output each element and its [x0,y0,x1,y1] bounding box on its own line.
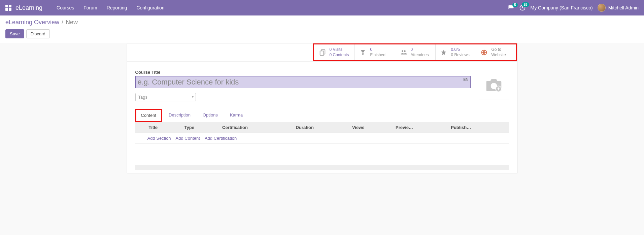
messaging-icon[interactable]: 5 [508,5,514,11]
form-sheet: 0 Visits 0 Contents 0 Finished [127,43,517,173]
col-type[interactable]: Type [181,122,219,133]
svg-point-4 [404,50,405,52]
tabs: Content Description Options Karma [135,109,509,122]
stat-website-line2: Website [492,53,506,58]
control-bar: eLearning Overview / New Save Discard [0,15,644,43]
nav-link-reporting[interactable]: Reporting [102,0,132,15]
col-handle [135,122,145,133]
nav-link-forum[interactable]: Forum [79,0,102,15]
navbar-right: 5 26 My Company (San Francisco) Mitchell… [508,4,639,12]
col-duration[interactable]: Duration [293,122,349,133]
col-title[interactable]: Title [145,122,181,133]
tab-karma[interactable]: Karma [225,109,248,122]
stat-visits-line2: 0 Contents [330,53,349,58]
svg-rect-2 [320,51,324,55]
table-spacer [135,144,509,157]
discard-button[interactable]: Discard [26,29,50,38]
nav-link-courses[interactable]: Courses [52,0,79,15]
sheet-wrapper: 0 Visits 0 Contents 0 Finished [0,43,644,180]
save-button[interactable]: Save [5,29,24,38]
globe-icon [481,49,488,56]
lang-tag[interactable]: EN [463,77,468,81]
add-section-link[interactable]: Add Section [147,136,171,141]
col-published[interactable]: Publish… [447,122,509,133]
svg-point-3 [402,50,403,52]
messaging-count: 5 [512,3,518,7]
breadcrumb: eLearning Overview / New [5,19,639,26]
col-preview[interactable]: Previe… [392,122,447,133]
table-add-row: Add Section Add Content Add Certificatio… [135,133,509,144]
user-menu[interactable]: Mitchell Admin [598,4,639,12]
stat-finished[interactable]: 0 Finished [354,44,395,60]
course-title-label: Course Title [135,70,471,75]
stat-reviews[interactable]: 0.0/5 0 Reviews [435,44,476,60]
breadcrumb-root[interactable]: eLearning Overview [5,19,59,26]
title-column: Course Title EN Tags [135,70,471,101]
add-certification-link[interactable]: Add Certification [205,136,237,141]
table-header-row: Title Type Certification Duration Views … [135,122,509,133]
user-name: Mitchell Admin [608,5,639,10]
stat-attendees[interactable]: 0 Attendees [395,44,435,60]
tab-content[interactable]: Content [135,109,162,122]
top-navbar: eLearning Courses Forum Reporting Config… [0,0,644,15]
activity-count: 26 [522,2,529,7]
stat-bar-wrap: 0 Visits 0 Contents 0 Finished [127,43,517,62]
content-table: Title Type Certification Duration Views … [135,122,509,157]
stat-website-line1: Go to [492,47,506,53]
tags-select[interactable]: Tags [135,93,196,101]
trophy-icon [360,49,367,56]
add-content-link[interactable]: Add Content [176,136,200,141]
files-icon [319,49,326,56]
stat-bar: 0 Visits 0 Contents 0 Finished [313,43,517,61]
title-row: Course Title EN Tags [135,70,509,101]
activity-icon[interactable]: 26 [519,4,526,11]
add-links: Add Section Add Content Add Certificatio… [135,133,509,143]
footer-bar [135,165,509,170]
col-certification[interactable]: Certification [219,122,292,133]
app-brand[interactable]: eLearning [15,4,42,11]
action-buttons: Save Discard [5,29,639,38]
apps-icon[interactable] [5,5,11,11]
camera-plus-icon [484,77,503,93]
col-views[interactable]: Views [349,122,392,133]
stat-website[interactable]: Go to Website [476,44,516,60]
image-upload[interactable] [479,70,509,100]
tags-placeholder: Tags [138,95,147,100]
title-input-wrap: EN [135,76,471,88]
tab-description[interactable]: Description [163,109,196,122]
stat-finished-count: 0 [370,47,385,53]
avatar [598,4,606,12]
nav-link-configuration[interactable]: Configuration [132,0,169,15]
sheet-body: Course Title EN Tags [127,62,517,173]
breadcrumb-current: New [66,19,78,26]
company-selector[interactable]: My Company (San Francisco) [531,5,593,10]
course-title-input[interactable] [135,76,471,88]
stat-rating-value: 0.0/5 [451,47,470,53]
users-icon [400,49,407,56]
stat-attendees-count: 0 [411,47,429,53]
stat-visits-line1: 0 Visits [330,47,349,53]
stat-rating-label: 0 Reviews [451,53,470,58]
tab-options[interactable]: Options [197,109,223,122]
stat-attendees-label: Attendees [411,53,429,58]
navbar-left: eLearning Courses Forum Reporting Config… [5,0,169,15]
stat-finished-label: Finished [370,53,385,58]
stat-visits[interactable]: 0 Visits 0 Contents [314,44,354,60]
star-icon [440,49,448,56]
breadcrumb-separator: / [60,19,65,26]
